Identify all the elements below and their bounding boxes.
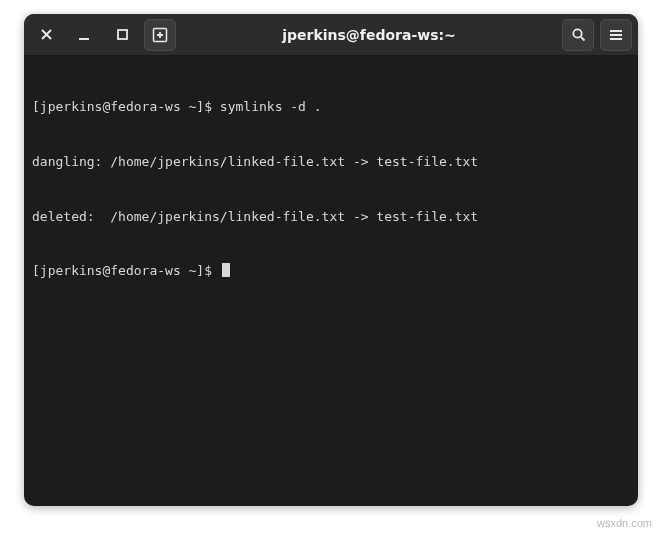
terminal-line: dangling: /home/jperkins/linked-file.txt… [32, 153, 630, 171]
svg-rect-5 [610, 34, 622, 36]
minimize-button[interactable] [68, 19, 100, 51]
terminal-body[interactable]: [jperkins@fedora-ws ~]$ symlinks -d . da… [24, 56, 638, 323]
terminal-window: jperkins@fedora-ws:~ [jperkins@fedora-ws… [24, 14, 638, 506]
prompt: [jperkins@fedora-ws ~]$ [32, 263, 220, 278]
terminal-line: [jperkins@fedora-ws ~]$ symlinks -d . [32, 98, 630, 116]
command: symlinks -d . [220, 99, 322, 114]
svg-rect-1 [118, 30, 127, 39]
new-tab-button[interactable] [144, 19, 176, 51]
maximize-button[interactable] [106, 19, 138, 51]
svg-point-3 [573, 29, 581, 37]
terminal-line: [jperkins@fedora-ws ~]$ [32, 262, 630, 280]
cursor-icon [222, 263, 230, 277]
titlebar-right-controls [562, 19, 632, 51]
svg-rect-4 [610, 30, 622, 32]
terminal-line: deleted: /home/jperkins/linked-file.txt … [32, 208, 630, 226]
search-button[interactable] [562, 19, 594, 51]
window-title: jperkins@fedora-ws:~ [182, 27, 556, 43]
titlebar: jperkins@fedora-ws:~ [24, 14, 638, 56]
svg-rect-0 [79, 38, 89, 40]
prompt: [jperkins@fedora-ws ~]$ [32, 99, 220, 114]
watermark: wsxdn.com [597, 517, 652, 529]
close-button[interactable] [30, 19, 62, 51]
svg-rect-6 [610, 38, 622, 40]
hamburger-menu-button[interactable] [600, 19, 632, 51]
